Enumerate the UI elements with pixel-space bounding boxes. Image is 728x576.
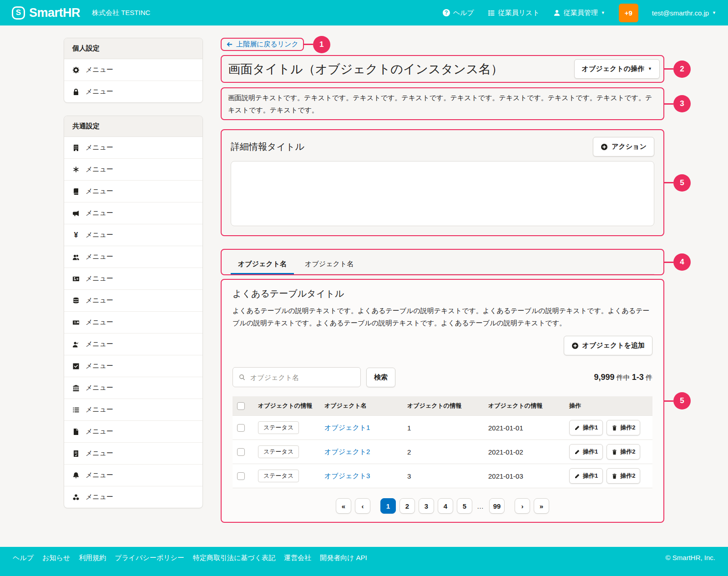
sidebar-item-menu[interactable]: メニュー [64,246,202,268]
column-header: オブジェクトの情報 [403,396,484,416]
building-icon [72,144,80,152]
edit-button[interactable]: 操作1 [569,468,603,484]
delete-button[interactable]: 操作2 [607,444,640,460]
delete-button[interactable]: 操作2 [607,468,640,484]
table-row: ステータス オブジェクト1 1 2021-01-01 操作1 操作2 [233,416,652,440]
description-annotation-box: 画面説明テキストです。テキストです。テキストです。テキストです。テキストです。テ… [221,87,664,120]
sidebar-item-menu[interactable]: ¥ メニュー [64,224,202,246]
footer-link-developer-api[interactable]: 開発者向け API [320,554,367,562]
edit-button-label: 操作1 [583,424,598,432]
sidebar-item-menu[interactable]: メニュー [64,443,202,465]
sidebar-item-label: メニュー [86,427,113,436]
sidebar-item-label: メニュー [86,87,113,96]
file-icon [72,428,80,435]
footer-link-terms[interactable]: 利用規約 [79,554,106,562]
sidebar-item-menu[interactable]: メニュー [64,377,202,399]
select-all-checkbox[interactable] [237,402,245,410]
sidebar-section-common: 共通設定 メニュー メニュー メニュー [64,116,203,508]
sidebar-item-menu[interactable]: メニュー [64,137,202,159]
sidebar-item-menu[interactable]: メニュー [64,355,202,377]
list-table-icon [488,9,495,16]
pagination-page-4[interactable]: 4 [438,498,453,514]
notification-count-badge[interactable]: +9 [619,4,638,22]
sidebar: 個人設定 メニュー メニュー 共通設定 [64,38,203,508]
smarthr-logo[interactable]: S SmartHR [12,6,80,20]
footer-link-news[interactable]: お知らせ [42,554,70,562]
pagination-page-3[interactable]: 3 [419,498,434,514]
pagination-page-1[interactable]: 1 [380,498,396,514]
sidebar-item-menu[interactable]: メニュー [64,268,202,290]
pagination-page-2[interactable]: 2 [399,498,415,514]
object-actions-label: オブジェクトの操作 [582,65,644,73]
back-link-annotation-box: 上階層に戻るリンク 1 [221,38,304,51]
footer-link-help[interactable]: ヘルプ [13,554,34,562]
sidebar-item-menu[interactable]: メニュー [64,59,202,81]
tab-object-2[interactable]: オブジェクト名 [298,255,361,274]
result-count-total: 9,999 [594,373,614,382]
sidebar-item-menu[interactable]: メニュー [64,290,202,312]
table-header-row: オブジェクトの情報 オブジェクト名 オブジェクトの情報 オブジェクトの情報 操作 [233,396,652,416]
sidebar-item-label: メニュー [86,405,113,414]
footer-link-privacy[interactable]: プライバシーポリシー [115,554,184,562]
person-icon [553,9,561,16]
sidebar-item-menu[interactable]: メニュー [64,159,202,181]
action-button[interactable]: アクション [593,137,654,157]
sidebar-item-menu[interactable]: メニュー [64,399,202,421]
pagination-prev-button[interactable]: ‹ [355,498,370,514]
pagination-next-button[interactable]: › [515,498,530,514]
sidebar-item-label: メニュー [86,340,113,349]
pagination-last-button[interactable]: » [534,498,549,514]
tab-object-1[interactable]: オブジェクト名 [231,255,294,274]
search-button[interactable]: 検索 [366,368,395,387]
footer-link-company[interactable]: 運営会社 [284,554,311,562]
row-checkbox[interactable] [237,424,245,432]
back-to-parent-link[interactable]: 上階層に戻るリンク [226,40,298,49]
id-card-icon [72,275,80,283]
footer-link-commerce-law[interactable]: 特定商取引法に基づく表記 [193,554,275,562]
account-dropdown[interactable]: test@smarthr.co.jp ▼ [652,9,716,17]
employee-admin-dropdown[interactable]: 従業員管理 ▼ [553,9,605,17]
sidebar-item-label: メニュー [86,253,113,261]
pagination-page-5[interactable]: 5 [457,498,472,514]
object-link[interactable]: オブジェクト2 [324,448,370,455]
sidebar-item-menu[interactable]: メニュー [64,333,202,355]
search-field[interactable] [233,367,361,387]
object-date-cell: 2021-01-02 [484,440,565,464]
table-row: ステータス オブジェクト3 3 2021-01-03 操作1 操作2 [233,464,652,488]
footer-links: ヘルプ お知らせ 利用規約 プライバシーポリシー 特定商取引法に基づく表記 運営… [13,554,367,562]
pagination-first-button[interactable]: « [336,498,351,514]
object-link[interactable]: オブジェクト3 [324,472,370,480]
detail-panel-annotation-box: 詳細情報タイトル アクション 5 [221,129,664,236]
sidebar-item-label: メニュー [86,231,113,239]
sidebar-item-menu[interactable]: メニュー [64,202,202,224]
sidebar-item-menu[interactable]: メニュー [64,81,202,102]
employee-list-nav-link[interactable]: 従業員リスト [488,9,540,17]
edit-button[interactable]: 操作1 [569,420,603,435]
chevron-down-icon: ▼ [601,11,605,15]
page-footer: ヘルプ お知らせ 利用規約 プライバシーポリシー 特定商取引法に基づく表記 運営… [0,547,728,576]
result-count-mid: 件中 [617,374,630,381]
annotation-badge-1: 1 [313,36,330,53]
object-actions-dropdown-button[interactable]: オブジェクトの操作 ▼ [574,59,660,79]
sidebar-item-menu[interactable]: メニュー [64,421,202,443]
object-link[interactable]: オブジェクト1 [324,424,370,431]
sidebar-item-menu[interactable]: メニュー [64,465,202,486]
megaphone-icon [72,210,80,217]
help-nav-link[interactable]: ? ヘルプ [443,9,474,17]
pagination-page-99[interactable]: 99 [489,498,505,514]
row-checkbox[interactable] [237,472,245,480]
sidebar-item-label: メニュー [86,165,113,174]
sidebar-item-menu[interactable]: メニュー [64,312,202,333]
tabs-annotation-box: オブジェクト名 オブジェクト名 4 [221,249,664,275]
employee-admin-label: 従業員管理 [564,9,598,17]
sidebar-item-menu[interactable]: メニュー [64,181,202,202]
add-object-button[interactable]: オブジェクトを追加 [564,336,652,355]
trash-icon [612,473,617,479]
sidebar-item-menu[interactable]: メニュー [64,486,202,508]
delete-button[interactable]: 操作2 [607,420,640,435]
edit-button[interactable]: 操作1 [569,444,603,460]
trash-icon [612,425,617,431]
search-input[interactable] [249,373,355,382]
row-checkbox[interactable] [237,448,245,456]
annotation-badge-5b: 5 [673,392,691,409]
